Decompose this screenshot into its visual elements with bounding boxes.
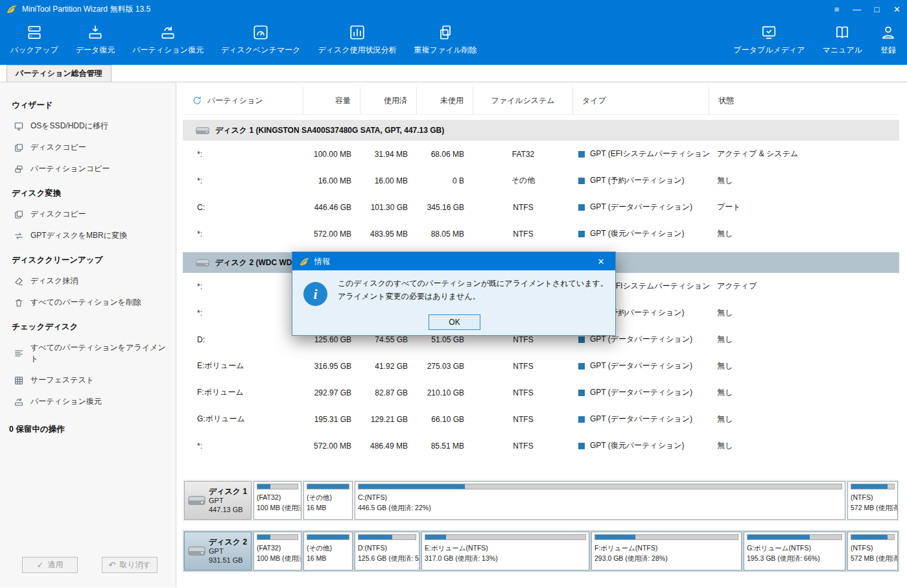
diskmap-block-label: D:(NTFS) [358, 543, 416, 553]
sidebar-section-title: ウィザード [0, 91, 176, 115]
toolbar-item-register[interactable]: 登録 [880, 21, 897, 65]
diskmap-partition-block[interactable]: (その他)16 MB [303, 481, 353, 520]
filesystem-cell: NTFS [473, 203, 573, 212]
column-header: ファイルシステム [473, 87, 573, 114]
diskmap-partition-block[interactable]: E:ボリューム(NTFS)317.0 GB (使用済: 13%) [421, 532, 589, 570]
diskmap-partition-block[interactable]: C:(NTFS)446.5 GB (使用済: 22%) [355, 481, 845, 520]
column-header: パーティション [183, 87, 303, 114]
usage-bar [595, 534, 738, 540]
toolbar-item-backup[interactable]: バックアップ [10, 21, 58, 65]
data-recovery-icon [87, 21, 104, 43]
diskmap-partition-block[interactable]: (その他)16 MB [303, 532, 353, 570]
status-cell: 無し [709, 307, 899, 318]
minitool-logo-icon [6, 4, 18, 14]
sidebar-item-surface-test[interactable]: サーフェステスト [0, 370, 176, 391]
diskmap-partition-block[interactable]: D:(NTFS)125.6 GB (使用済: 59%) [355, 532, 419, 570]
toolbar-item-manual[interactable]: マニュアル [823, 21, 862, 65]
usage-bar [851, 534, 895, 540]
diskmap-partition-block[interactable]: (NTFS)572 MB (使用済: 85%) [847, 481, 898, 520]
apply-button[interactable]: ✓ 適用 [22, 557, 78, 573]
toolbar-item-duplicate-file[interactable]: 重複ファイル削除 [414, 21, 477, 65]
sidebar-sections: ウィザードOSをSSD/HDDに移行ディスクコピーパーティションコピーディスク変… [0, 91, 176, 412]
partition-row[interactable]: C:446.46 GB101.30 GB345.16 GBNTFSGPT (デー… [183, 194, 899, 220]
close-icon[interactable]: ✕ [887, 0, 907, 18]
diskmap-disk-name: ディスク 1 [209, 487, 247, 497]
type-label: GPT (データパーティション) [590, 360, 692, 371]
sidebar-item-delete-partitions[interactable]: すべてのパーティションを削除 [0, 292, 176, 313]
toolbar-right-group: ブータブルメディアマニュアル登録 [716, 21, 897, 65]
disk-header-row[interactable]: ディスク 1 (KINGSTON SA400S37480G SATA, GPT,… [183, 120, 899, 141]
sidebar-item-partition-copy[interactable]: パーティションコピー [0, 158, 176, 180]
partition-row[interactable]: *:572.00 MB486.49 MB85.51 MBNTFSGPT (復元パ… [183, 432, 899, 459]
type-label: GPT (EFIシステムパーティション) [590, 148, 709, 159]
used-cell: 483.95 MB [360, 229, 417, 239]
sidebar-item-wipe-disk[interactable]: ディスク抹消 [0, 270, 176, 292]
title-bar: MiniTool Partition Wizard 無料版 13.5 ≡ — □… [0, 0, 907, 18]
partition-row[interactable]: G:ボリューム195.31 GB129.21 GB66.10 GBNTFSGPT… [183, 406, 899, 432]
minimize-icon[interactable]: — [847, 0, 867, 18]
sidebar-item-disk-copy[interactable]: ディスクコピー [0, 137, 176, 158]
diskmap-partition-block[interactable]: (FAT32)100 MB (使用済: 32%) [253, 532, 301, 570]
toolbar-item-data-recovery[interactable]: データ復元 [76, 21, 115, 65]
used-cell: 74.55 GB [360, 335, 417, 344]
partition-row[interactable]: *:572.00 MB483.95 MB88.05 MBNTFSGPT (復元パ… [183, 220, 899, 247]
sidebar-item-align-partitions[interactable]: すべてのパーティションをアライメント [0, 337, 176, 370]
undo-button[interactable]: ↶ 取り消す [102, 557, 158, 573]
diskmap-block-info: 100 MB (使用済: 32%) [257, 553, 298, 563]
backup-icon [26, 21, 43, 43]
partition-recovery-icon [159, 21, 176, 43]
maximize-icon[interactable]: □ [867, 0, 887, 18]
usage-bar-fill [425, 535, 446, 539]
toolbar-item-label: データ復元 [76, 45, 115, 56]
partition-row[interactable]: *:100.00 MB31.94 MB68.06 MBFAT32GPT (EFI… [183, 141, 899, 167]
sidebar-item-label: ディスクコピー [30, 142, 86, 153]
partition-row[interactable]: *:16.00 MB16.00 MB0 Bその他GPT (予約パーティション)無… [183, 167, 899, 194]
diskmap-disk-label[interactable]: ディスク 1GPT447.13 GB [184, 481, 252, 520]
diskmap-block-info: 125.6 GB (使用済: 59%) [358, 553, 416, 563]
partition-recovery-icon [14, 397, 24, 407]
toolbar-item-partition-recovery[interactable]: パーティション復元 [132, 21, 204, 65]
type-label: GPT (復元パーティション) [590, 440, 684, 451]
dialog-close-icon[interactable]: ✕ [593, 257, 609, 266]
filesystem-cell: NTFS [473, 441, 573, 451]
capacity-cell: 316.95 GB [303, 362, 360, 371]
column-header: 状態 [709, 87, 899, 114]
capacity-cell: 572.00 MB [303, 229, 360, 239]
diskmap-partition-block[interactable]: (NTFS)572 MB (使用済: 85%) [847, 532, 898, 570]
diskmap-block-info: 16 MB [307, 502, 349, 513]
sidebar-item-migrate-os[interactable]: OSをSSD/HDDに移行 [0, 115, 176, 137]
partition-row[interactable]: E:ボリューム316.95 GB41.92 GB275.03 GBNTFSGPT… [183, 353, 899, 379]
capacity-cell: 16.00 MB [303, 176, 360, 185]
diskmap-block-label: C:(NTFS) [358, 492, 842, 502]
usage-bar [257, 484, 298, 489]
unused-cell: 51.05 GB [417, 335, 473, 344]
filesystem-cell: NTFS [473, 335, 573, 344]
partition-name-cell: D: [183, 335, 303, 344]
usage-bar-fill [257, 484, 270, 489]
convert-gpt-mbr-icon [14, 231, 24, 241]
sidebar-item-partition-recovery[interactable]: パーティション復元 [0, 391, 176, 412]
toolbar-item-disk-usage[interactable]: ディスク使用状況分析 [318, 21, 396, 65]
diskmap-partition-block[interactable]: (FAT32)100 MB (使用済: 32%) [253, 481, 301, 520]
diskmap-disk-label[interactable]: ディスク 2GPT931.51 GB [184, 532, 252, 570]
sidebar-item-convert-gpt-mbr[interactable]: GPTディスクをMBRに変換 [0, 225, 176, 246]
menu-icon[interactable]: ≡ [827, 0, 847, 18]
column-header: 容量 [303, 87, 360, 114]
diskmap-partition-block[interactable]: F:ボリューム(NTFS)293.0 GB (使用済: 28%) [591, 532, 742, 570]
toolbar-left-group: バックアップデータ復元パーティション復元ディスクベンチマークディスク使用状況分析… [10, 21, 495, 65]
sidebar-item-disk-copy[interactable]: ディスクコピー [0, 204, 176, 225]
toolbar-item-bootable-media[interactable]: ブータブルメディア [733, 21, 805, 65]
duplicate-file-icon [437, 21, 454, 43]
tab-partition-management[interactable]: パーティション総合管理 [6, 65, 112, 82]
capacity-cell: 125.60 GB [303, 335, 360, 344]
diskmap-partition-block[interactable]: G:ボリューム(NTFS)195.3 GB (使用済: 66%) [744, 532, 845, 570]
refresh-icon[interactable] [192, 95, 202, 106]
minitool-logo-icon [299, 257, 310, 266]
ok-button[interactable]: OK [429, 314, 480, 330]
partition-row[interactable]: F:ボリューム292.97 GB82.87 GB210.10 GBNTFSGPT… [183, 379, 899, 406]
status-cell: 無し [709, 360, 899, 371]
diskmap-block-info: 572 MB (使用済: 85%) [851, 502, 895, 513]
usage-bar-fill [257, 535, 270, 539]
app-window: MiniTool Partition Wizard 無料版 13.5 ≡ — □… [0, 0, 907, 588]
toolbar-item-disk-benchmark[interactable]: ディスクベンチマーク [221, 21, 301, 65]
